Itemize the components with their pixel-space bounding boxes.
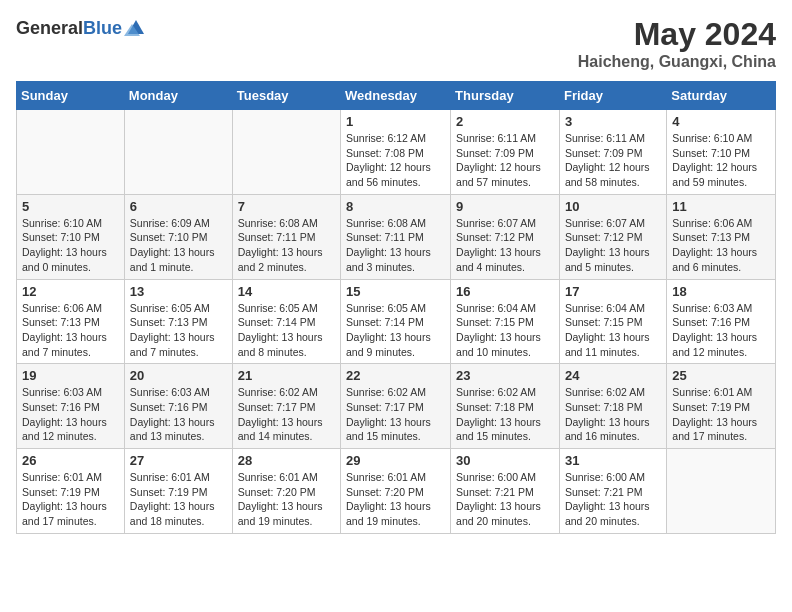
day-number: 13 [130,284,227,299]
week-row-2: 5Sunrise: 6:10 AM Sunset: 7:10 PM Daylig… [17,194,776,279]
header-monday: Monday [124,82,232,110]
day-info: Sunrise: 6:04 AM Sunset: 7:15 PM Dayligh… [565,301,661,360]
day-info: Sunrise: 6:01 AM Sunset: 7:19 PM Dayligh… [672,385,770,444]
day-cell: 12Sunrise: 6:06 AM Sunset: 7:13 PM Dayli… [17,279,125,364]
day-cell: 31Sunrise: 6:00 AM Sunset: 7:21 PM Dayli… [559,449,666,534]
day-info: Sunrise: 6:00 AM Sunset: 7:21 PM Dayligh… [456,470,554,529]
day-cell: 8Sunrise: 6:08 AM Sunset: 7:11 PM Daylig… [341,194,451,279]
day-info: Sunrise: 6:09 AM Sunset: 7:10 PM Dayligh… [130,216,227,275]
day-info: Sunrise: 6:06 AM Sunset: 7:13 PM Dayligh… [672,216,770,275]
day-cell: 4Sunrise: 6:10 AM Sunset: 7:10 PM Daylig… [667,110,776,195]
day-number: 25 [672,368,770,383]
day-cell: 15Sunrise: 6:05 AM Sunset: 7:14 PM Dayli… [341,279,451,364]
title-block: May 2024 Haicheng, Guangxi, China [578,16,776,71]
location-title: Haicheng, Guangxi, China [578,53,776,71]
logo: GeneralBlue [16,16,148,40]
day-number: 31 [565,453,661,468]
day-info: Sunrise: 6:03 AM Sunset: 7:16 PM Dayligh… [672,301,770,360]
logo-blue: Blue [83,18,122,38]
day-cell: 22Sunrise: 6:02 AM Sunset: 7:17 PM Dayli… [341,364,451,449]
day-cell [17,110,125,195]
header-thursday: Thursday [451,82,560,110]
day-info: Sunrise: 6:01 AM Sunset: 7:19 PM Dayligh… [22,470,119,529]
day-info: Sunrise: 6:07 AM Sunset: 7:12 PM Dayligh… [456,216,554,275]
day-cell: 2Sunrise: 6:11 AM Sunset: 7:09 PM Daylig… [451,110,560,195]
day-number: 1 [346,114,445,129]
day-info: Sunrise: 6:01 AM Sunset: 7:20 PM Dayligh… [238,470,335,529]
day-number: 24 [565,368,661,383]
day-number: 23 [456,368,554,383]
header-tuesday: Tuesday [232,82,340,110]
day-cell: 6Sunrise: 6:09 AM Sunset: 7:10 PM Daylig… [124,194,232,279]
day-number: 8 [346,199,445,214]
day-number: 15 [346,284,445,299]
header-friday: Friday [559,82,666,110]
day-number: 10 [565,199,661,214]
day-info: Sunrise: 6:02 AM Sunset: 7:17 PM Dayligh… [238,385,335,444]
day-info: Sunrise: 6:05 AM Sunset: 7:13 PM Dayligh… [130,301,227,360]
day-info: Sunrise: 6:10 AM Sunset: 7:10 PM Dayligh… [672,131,770,190]
logo-icon [124,16,148,40]
day-info: Sunrise: 6:02 AM Sunset: 7:18 PM Dayligh… [565,385,661,444]
day-number: 3 [565,114,661,129]
day-number: 5 [22,199,119,214]
day-info: Sunrise: 6:00 AM Sunset: 7:21 PM Dayligh… [565,470,661,529]
day-number: 17 [565,284,661,299]
day-info: Sunrise: 6:11 AM Sunset: 7:09 PM Dayligh… [456,131,554,190]
day-info: Sunrise: 6:01 AM Sunset: 7:19 PM Dayligh… [130,470,227,529]
day-info: Sunrise: 6:10 AM Sunset: 7:10 PM Dayligh… [22,216,119,275]
logo-general: General [16,18,83,38]
day-number: 28 [238,453,335,468]
week-row-5: 26Sunrise: 6:01 AM Sunset: 7:19 PM Dayli… [17,449,776,534]
day-number: 2 [456,114,554,129]
day-cell [124,110,232,195]
day-cell: 20Sunrise: 6:03 AM Sunset: 7:16 PM Dayli… [124,364,232,449]
day-info: Sunrise: 6:11 AM Sunset: 7:09 PM Dayligh… [565,131,661,190]
day-number: 20 [130,368,227,383]
day-cell: 11Sunrise: 6:06 AM Sunset: 7:13 PM Dayli… [667,194,776,279]
day-number: 16 [456,284,554,299]
day-cell: 26Sunrise: 6:01 AM Sunset: 7:19 PM Dayli… [17,449,125,534]
week-row-3: 12Sunrise: 6:06 AM Sunset: 7:13 PM Dayli… [17,279,776,364]
day-cell: 16Sunrise: 6:04 AM Sunset: 7:15 PM Dayli… [451,279,560,364]
day-cell: 17Sunrise: 6:04 AM Sunset: 7:15 PM Dayli… [559,279,666,364]
day-cell: 10Sunrise: 6:07 AM Sunset: 7:12 PM Dayli… [559,194,666,279]
day-number: 22 [346,368,445,383]
day-number: 30 [456,453,554,468]
day-cell [232,110,340,195]
day-number: 12 [22,284,119,299]
day-cell: 1Sunrise: 6:12 AM Sunset: 7:08 PM Daylig… [341,110,451,195]
day-cell: 27Sunrise: 6:01 AM Sunset: 7:19 PM Dayli… [124,449,232,534]
day-info: Sunrise: 6:05 AM Sunset: 7:14 PM Dayligh… [238,301,335,360]
day-cell: 23Sunrise: 6:02 AM Sunset: 7:18 PM Dayli… [451,364,560,449]
day-info: Sunrise: 6:03 AM Sunset: 7:16 PM Dayligh… [130,385,227,444]
day-info: Sunrise: 6:01 AM Sunset: 7:20 PM Dayligh… [346,470,445,529]
day-info: Sunrise: 6:08 AM Sunset: 7:11 PM Dayligh… [238,216,335,275]
day-number: 29 [346,453,445,468]
day-cell: 25Sunrise: 6:01 AM Sunset: 7:19 PM Dayli… [667,364,776,449]
day-number: 14 [238,284,335,299]
day-number: 4 [672,114,770,129]
day-cell: 19Sunrise: 6:03 AM Sunset: 7:16 PM Dayli… [17,364,125,449]
day-cell: 21Sunrise: 6:02 AM Sunset: 7:17 PM Dayli… [232,364,340,449]
calendar-header: SundayMondayTuesdayWednesdayThursdayFrid… [17,82,776,110]
day-cell: 18Sunrise: 6:03 AM Sunset: 7:16 PM Dayli… [667,279,776,364]
day-cell: 28Sunrise: 6:01 AM Sunset: 7:20 PM Dayli… [232,449,340,534]
calendar-table: SundayMondayTuesdayWednesdayThursdayFrid… [16,81,776,534]
day-number: 9 [456,199,554,214]
day-cell: 5Sunrise: 6:10 AM Sunset: 7:10 PM Daylig… [17,194,125,279]
day-cell: 9Sunrise: 6:07 AM Sunset: 7:12 PM Daylig… [451,194,560,279]
day-cell: 24Sunrise: 6:02 AM Sunset: 7:18 PM Dayli… [559,364,666,449]
day-cell: 13Sunrise: 6:05 AM Sunset: 7:13 PM Dayli… [124,279,232,364]
day-number: 21 [238,368,335,383]
day-number: 18 [672,284,770,299]
day-info: Sunrise: 6:02 AM Sunset: 7:18 PM Dayligh… [456,385,554,444]
day-number: 19 [22,368,119,383]
week-row-4: 19Sunrise: 6:03 AM Sunset: 7:16 PM Dayli… [17,364,776,449]
day-cell: 14Sunrise: 6:05 AM Sunset: 7:14 PM Dayli… [232,279,340,364]
week-row-1: 1Sunrise: 6:12 AM Sunset: 7:08 PM Daylig… [17,110,776,195]
day-info: Sunrise: 6:08 AM Sunset: 7:11 PM Dayligh… [346,216,445,275]
day-info: Sunrise: 6:02 AM Sunset: 7:17 PM Dayligh… [346,385,445,444]
page-header: GeneralBlue May 2024 Haicheng, Guangxi, … [16,16,776,71]
day-cell: 30Sunrise: 6:00 AM Sunset: 7:21 PM Dayli… [451,449,560,534]
